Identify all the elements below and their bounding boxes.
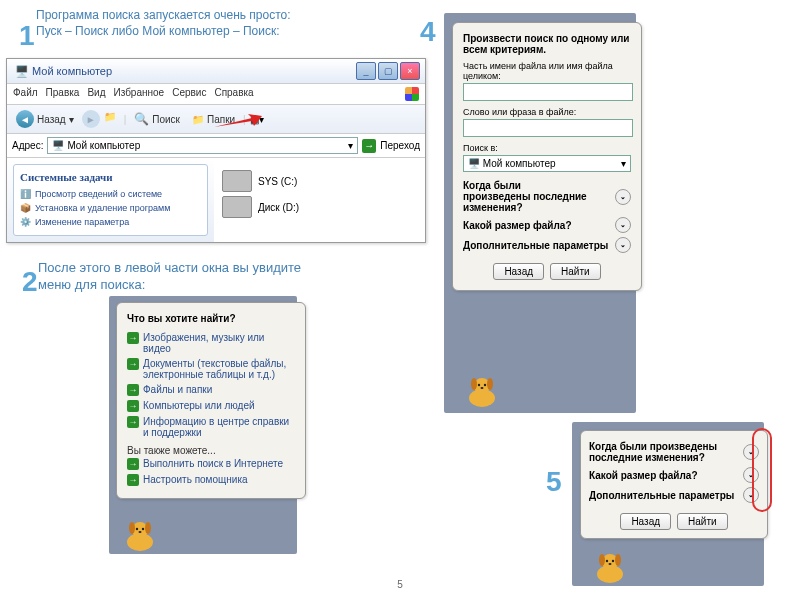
annotation-arrow <box>212 114 262 128</box>
size-expander[interactable]: Какой размер файла?⌄ <box>589 465 759 485</box>
svg-point-12 <box>484 384 486 386</box>
svg-point-17 <box>615 554 621 566</box>
word-label: Слово или фраза в файле: <box>463 107 631 117</box>
step-2-text: После этого в левой части окна вы увидит… <box>38 260 318 294</box>
menu-file[interactable]: Файл <box>13 87 38 101</box>
page-number: 5 <box>397 579 403 590</box>
search-menu-header: Что вы хотите найти? <box>127 313 295 324</box>
menu-favorites[interactable]: Избранное <box>113 87 164 101</box>
arrow-icon: → <box>127 358 139 370</box>
close-button[interactable]: × <box>400 62 420 80</box>
back-icon: ◄ <box>16 110 34 128</box>
info-icon: ℹ️ <box>20 189 31 199</box>
drive-icon <box>222 196 252 218</box>
arrow-icon: → <box>127 474 139 486</box>
search-option[interactable]: →Настроить помощника <box>127 472 295 488</box>
extra-expander[interactable]: Дополнительные параметры⌄ <box>589 485 759 505</box>
when-expander[interactable]: Когда были произведены последние изменен… <box>589 439 759 465</box>
svg-point-13 <box>481 387 484 389</box>
maximize-button[interactable]: ▢ <box>378 62 398 80</box>
drive-d[interactable]: Диск (D:) <box>222 196 417 218</box>
chevron-down-icon: ▾ <box>69 114 74 125</box>
svg-point-9 <box>471 378 477 390</box>
size-expander[interactable]: Какой размер файла?⌄ <box>463 215 631 235</box>
when-expander[interactable]: Когда были произведены последние изменен… <box>463 178 631 215</box>
search-option[interactable]: →Выполнить поиск в Интернете <box>127 456 295 472</box>
word-input[interactable] <box>463 119 633 137</box>
search-button[interactable]: 🔍 Поиск <box>130 110 184 128</box>
menu-view[interactable]: Вид <box>87 87 105 101</box>
search-option[interactable]: →Изображения, музыку или видео <box>127 330 295 356</box>
assistant-dog-icon <box>590 548 630 584</box>
drive-icon <box>222 170 252 192</box>
menu-edit[interactable]: Правка <box>46 87 80 101</box>
folders-icon: 📁 <box>192 114 204 125</box>
minimize-button[interactable]: _ <box>356 62 376 80</box>
svg-point-16 <box>599 554 605 566</box>
address-label: Адрес: <box>12 140 43 151</box>
arrow-icon: → <box>127 400 139 412</box>
arrow-icon: → <box>127 384 139 396</box>
go-button[interactable]: → <box>362 139 376 153</box>
address-bar: Адрес: 🖥️Мой компьютер ▾ → Переход <box>7 134 425 158</box>
step-1-text: Программа поиска запускается очень прост… <box>36 8 296 39</box>
step-4-number: 4 <box>420 16 436 48</box>
task-item[interactable]: ℹ️Просмотр сведений о системе <box>20 187 201 201</box>
expand-icon: ⌄ <box>615 237 631 253</box>
also-label: Вы также можете... <box>127 445 295 456</box>
find-button[interactable]: Найти <box>550 263 601 280</box>
svg-point-3 <box>145 522 151 534</box>
find-button[interactable]: Найти <box>677 513 728 530</box>
back-button[interactable]: Назад <box>493 263 544 280</box>
titlebar: 🖥️ Мой компьютер _ ▢ × <box>7 59 425 84</box>
explorer-window: 🖥️ Мой компьютер _ ▢ × Файл Правка Вид И… <box>6 58 426 243</box>
step-2-number: 2 <box>22 266 38 298</box>
drive-c[interactable]: SYS (C:) <box>222 170 417 192</box>
assistant-dog-icon <box>462 372 502 408</box>
expand-icon: ⌄ <box>615 189 631 205</box>
tasks-header: Системные задачи <box>20 171 201 183</box>
task-item[interactable]: 📦Установка и удаление программ <box>20 201 201 215</box>
window-title: Мой компьютер <box>32 65 112 77</box>
tasks-pane: Системные задачи ℹ️Просмотр сведений о с… <box>7 158 214 242</box>
windows-logo-icon <box>405 87 419 101</box>
arrow-icon: → <box>127 458 139 470</box>
searchin-select[interactable]: 🖥️ Мой компьютер▾ <box>463 155 631 172</box>
svg-point-6 <box>139 531 142 533</box>
svg-point-11 <box>478 384 480 386</box>
advanced-search-panel: Произвести поиск по одному или всем крит… <box>452 22 642 291</box>
filename-input[interactable] <box>463 83 633 101</box>
search-menu-panel: Что вы хотите найти? →Изображения, музык… <box>116 302 306 499</box>
back-button[interactable]: ◄ Назад ▾ <box>12 108 78 130</box>
chevron-down-icon: ▾ <box>621 158 626 169</box>
menubar: Файл Правка Вид Избранное Сервис Справка <box>7 84 425 105</box>
svg-point-19 <box>612 560 614 562</box>
search-option[interactable]: →Информацию в центре справки и поддержки <box>127 414 295 440</box>
expand-icon: ⌄ <box>615 217 631 233</box>
menu-service[interactable]: Сервис <box>172 87 206 101</box>
filename-label: Часть имени файла или имя файла целиком: <box>463 61 631 81</box>
go-label: Переход <box>380 140 420 151</box>
svg-point-5 <box>142 528 144 530</box>
forward-button[interactable]: ► <box>82 110 100 128</box>
arrow-icon: → <box>127 416 139 428</box>
back-button[interactable]: Назад <box>620 513 671 530</box>
task-item[interactable]: ⚙️Изменение параметра <box>20 215 201 229</box>
search-option[interactable]: →Компьютеры или людей <box>127 398 295 414</box>
install-icon: 📦 <box>20 203 31 213</box>
advanced-subset-panel: Когда были произведены последние изменен… <box>580 430 768 539</box>
search-option[interactable]: →Документы (текстовые файлы, электронные… <box>127 356 295 382</box>
step-1-number: 1 <box>19 20 35 52</box>
assistant-dog-icon <box>120 516 160 552</box>
svg-point-20 <box>609 563 612 565</box>
search-option[interactable]: →Файлы и папки <box>127 382 295 398</box>
sys-icon: 🖥️ <box>15 65 29 78</box>
extra-expander[interactable]: Дополнительные параметры⌄ <box>463 235 631 255</box>
up-button[interactable]: 📁 <box>104 111 120 127</box>
address-input[interactable]: 🖥️Мой компьютер ▾ <box>47 137 358 154</box>
adv-header: Произвести поиск по одному или всем крит… <box>463 33 631 55</box>
chevron-down-icon[interactable]: ▾ <box>348 140 353 151</box>
menu-help[interactable]: Справка <box>214 87 253 101</box>
step-5-number: 5 <box>546 466 562 498</box>
arrow-icon: → <box>127 332 139 344</box>
